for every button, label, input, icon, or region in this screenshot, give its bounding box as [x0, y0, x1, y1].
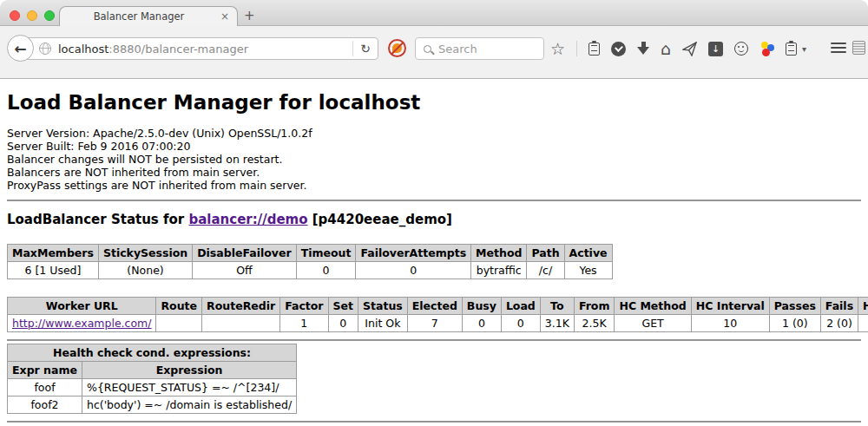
cell-worker-url: http://www.example.com/ [8, 315, 156, 332]
table-header-row: Worker URL Route RouteRedir Factor Set S… [8, 298, 868, 315]
col-failoverattempts: FailoverAttempts [356, 245, 471, 262]
col-to: To [540, 298, 574, 315]
cell-method: bytraffic [471, 262, 527, 279]
table-row: 6 [1 Used] (None) Off 0 0 bytraffic /c/ … [8, 262, 613, 279]
section-divider [7, 200, 861, 201]
col-stickysession: StickySession [98, 245, 192, 262]
col-hc-uri: HC uri [858, 298, 868, 315]
balancer-demo-link[interactable]: balancer://demo [188, 212, 307, 227]
cell-set: 0 [328, 315, 358, 332]
worker-status-table: Worker URL Route RouteRedir Factor Set S… [7, 297, 868, 332]
table-row: foof2 hc('body') =~ /domain is establish… [8, 397, 297, 414]
send-plane-icon[interactable] [682, 42, 697, 56]
tab-title: Balancer Manager [60, 10, 218, 23]
cell-hc-uri [858, 315, 868, 332]
col-hc-interval: HC Interval [691, 298, 769, 315]
col-factor: Factor [280, 298, 328, 315]
tab-close-icon[interactable]: × [218, 10, 232, 23]
window-controls [10, 10, 55, 21]
cell-load: 0 [501, 315, 540, 332]
table-header-row: Expr name Expression [8, 362, 297, 379]
cell-active: Yes [564, 262, 612, 279]
bottom-divider [7, 421, 861, 423]
cell-disablefailover: Off [193, 262, 296, 279]
col-maxmembers: MaxMembers [8, 245, 99, 262]
col-worker-url: Worker URL [8, 298, 156, 315]
tab-balancer-manager[interactable]: Balancer Manager × [59, 6, 238, 26]
col-passes: Passes [769, 298, 820, 315]
search-icon [424, 45, 431, 53]
cell-fails: 2 (0) [820, 315, 858, 332]
menu-hamburger-icon[interactable] [831, 43, 846, 55]
col-expr-name: Expr name [8, 362, 82, 379]
persist-notice-line: Balancer changes will NOT be persisted o… [7, 153, 861, 166]
server-built-line: Server Built: Feb 9 2016 07:00:20 [7, 140, 861, 153]
cell-elected: 7 [407, 315, 462, 332]
col-from: From [574, 298, 615, 315]
worker-url-link[interactable]: http://www.example.com/ [12, 317, 151, 330]
flame-glyph [392, 43, 402, 53]
col-fails: Fails [820, 298, 858, 315]
url-bar[interactable]: localhost:8880/balancer-manager ↻ [21, 37, 378, 60]
site-globe-icon [39, 43, 51, 55]
page-title: Load Balancer Manager for localhost [7, 91, 861, 114]
video-download-icon[interactable]: ↓ [708, 42, 723, 56]
cell-factor: 1 [280, 315, 328, 332]
cell-failoverattempts: 0 [356, 262, 471, 279]
pocket-icon[interactable] [611, 42, 626, 56]
cell-path: /c/ [527, 262, 564, 279]
cell-routeredir [202, 315, 280, 332]
new-tab-button[interactable]: + [244, 8, 255, 23]
balancer-settings-table: MaxMembers StickySession DisableFailover… [7, 244, 613, 279]
col-method: Method [471, 245, 527, 262]
downloads-icon[interactable] [637, 42, 649, 56]
bookmarks-list-icon[interactable] [589, 43, 600, 56]
toolbar-icons: ☆ ⌂ ↓ ▾ [550, 37, 806, 60]
minimize-window-button[interactable] [27, 10, 37, 21]
close-window-button[interactable] [10, 10, 20, 21]
cell-expression: %{REQUEST_STATUS} =~ /^[234]/ [82, 379, 297, 397]
zoom-window-button[interactable] [44, 10, 55, 21]
chat-smiley-icon[interactable] [734, 42, 748, 56]
col-status: Status [358, 298, 408, 315]
section-divider [7, 339, 861, 341]
search-box[interactable] [415, 37, 544, 60]
table-header-row: MaxMembers StickySession DisableFailover… [8, 245, 613, 262]
search-input[interactable] [438, 43, 529, 56]
cell-expr-name: foof2 [8, 397, 82, 414]
cell-route [156, 315, 202, 332]
inherit-notice-line: Balancers are NOT inherited from main se… [7, 166, 861, 179]
url-path: :8880/balancer-manager [108, 43, 248, 56]
cell-status: Init Ok [358, 315, 408, 332]
toolbar-divider [576, 41, 577, 56]
status-heading-prefix: LoadBalancer Status for [7, 212, 188, 227]
table-row: foof %{REQUEST_STATUS} =~ /^[234]/ [8, 379, 297, 397]
cell-to: 3.1K [540, 315, 574, 332]
table-row: http://www.example.com/ 1 0 Init Ok 7 0 … [8, 315, 868, 332]
cell-passes: 1 (0) [769, 315, 820, 332]
col-timeout: Timeout [296, 245, 356, 262]
cell-hc-interval: 10 [691, 315, 769, 332]
color-dots-extension-icon[interactable] [760, 42, 774, 56]
col-route: Route [156, 298, 202, 315]
cell-hc-method: GET [615, 315, 691, 332]
cell-expression: hc('body') =~ /domain is established/ [82, 397, 297, 414]
col-busy: Busy [462, 298, 501, 315]
cell-timeout: 0 [296, 262, 356, 279]
title-bar: Balancer Manager × + [0, 0, 868, 26]
clipboard-extension-icon[interactable] [786, 43, 797, 56]
col-disablefailover: DisableFailover [193, 245, 296, 262]
home-icon[interactable]: ⌂ [661, 39, 671, 58]
col-load: Load [501, 298, 540, 315]
col-expression: Expression [82, 362, 297, 379]
server-version-line: Server Version: Apache/2.5.0-dev (Unix) … [7, 127, 861, 140]
health-check-table: Health check cond. expressions: Expr nam… [7, 344, 297, 414]
col-hc-method: HC Method [615, 298, 691, 315]
bookmark-star-icon[interactable]: ☆ [550, 39, 565, 58]
navigation-toolbar: ← localhost:8880/balancer-manager ↻ ☆ ⌂ … [0, 26, 868, 79]
back-button[interactable]: ← [7, 35, 34, 62]
chevron-down-icon[interactable]: ▾ [802, 44, 806, 54]
flashblock-icon[interactable] [388, 39, 406, 57]
reload-icon[interactable]: ↻ [353, 42, 378, 56]
grid-extension-icon[interactable] [852, 41, 865, 55]
